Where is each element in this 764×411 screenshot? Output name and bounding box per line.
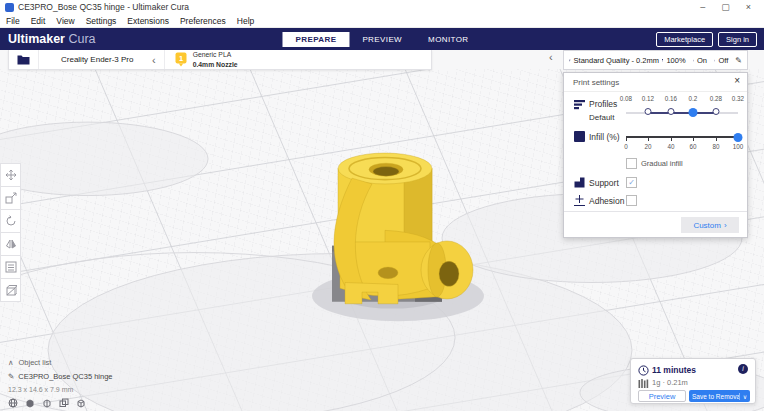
object-list-title: Object list [19,358,52,367]
duplicate-cube-icon[interactable] [59,398,69,408]
chevron-up-icon: ∧ [8,358,14,367]
model-item-name: CE3PRO_Bose QC35 hinge [18,372,112,381]
infill-tick-label: 0 [624,143,628,150]
chevron-right-icon: › [724,221,727,230]
save-to-removable-button[interactable]: Save to Removable ... ∨ [689,390,750,402]
panel-close-icon[interactable]: × [734,75,740,86]
globe-view-icon[interactable] [8,398,18,408]
edit-settings-icon[interactable]: ✎ [735,56,742,65]
menu-help[interactable]: Help [237,16,254,26]
menu-bar: File Edit View Settings Extensions Prefe… [0,14,764,28]
clock-icon [638,365,649,376]
adhesion-row-icon [574,195,585,206]
menu-extensions[interactable]: Extensions [127,16,169,26]
left-toolbar [0,164,21,302]
scale-icon [5,192,17,204]
solid-cube-icon[interactable] [25,398,35,408]
info-icon[interactable]: i [738,364,748,374]
cura-app-icon [5,3,14,12]
support-checkbox[interactable]: ✓ [626,177,637,188]
support-blocker-button[interactable] [0,278,21,302]
tab-monitor[interactable]: MONITOR [415,32,481,47]
menu-settings[interactable]: Settings [86,16,117,26]
adhesion-label: Adhesion [589,196,624,206]
scale-tool-button[interactable] [0,186,21,210]
infill-tick-label: 80 [712,143,719,150]
infill-handle[interactable] [734,133,743,142]
preview-button[interactable]: Preview [638,390,686,402]
material-selector[interactable]: 1 Generic PLA 0.4mm Nozzle [165,50,238,68]
open-file-button[interactable] [9,50,39,69]
profile-slider[interactable]: 0.08 0.12 0.16 0.2 0.28 0.32 [622,95,742,123]
move-icon [5,169,17,181]
gradual-infill-label: Gradual infill [641,159,683,168]
tab-prepare[interactable]: PREPARE [282,32,349,47]
adhesion-checkbox[interactable] [626,195,637,206]
folder-icon [17,54,30,65]
infill-value: 100% [666,56,685,65]
support-label: Support [589,178,619,188]
support-row-icon [574,177,585,188]
mirror-icon [5,238,17,250]
per-model-settings-icon [5,261,17,273]
marketplace-button[interactable]: Marketplace [656,32,713,47]
menu-preferences[interactable]: Preferences [180,16,226,26]
profile-handle-028[interactable] [713,108,720,115]
rotate-tool-button[interactable] [0,209,21,233]
profiles-label: Profiles [589,99,617,109]
material-info: Generic PLA 0.4mm Nozzle [193,50,238,68]
object-list-item[interactable]: ✎ CE3PRO_Bose QC35 hinge [8,372,113,381]
active-profile-label: Standard Quality - 0.2mm [574,56,659,65]
cube-outline-icon[interactable] [76,398,86,408]
rotate-icon [5,215,17,227]
printer-name[interactable]: Creality Ender-3 Pro [39,55,144,64]
nozzle-size: 0.4mm Nozzle [193,61,238,68]
profile-tick-label: 0.28 [710,95,722,102]
model-dimensions: 12.3 x 14.6 x 7.9 mm [8,386,113,393]
print-settings-toolbar[interactable]: Standard Quality - 0.2mm 100% On Off ✎ [563,50,748,70]
profile-tick-label: 0.32 [732,95,744,102]
tab-preview[interactable]: PREVIEW [349,32,415,47]
menu-view[interactable]: View [56,16,74,26]
mirror-tool-button[interactable] [0,232,21,256]
save-button-label: Save to Removable ... [689,393,739,400]
model-action-icons [8,398,113,408]
close-button[interactable]: × [746,0,751,14]
maximize-button[interactable]: ▢ [721,0,730,14]
adhesion-value: Off [718,56,728,65]
profile-handle-selected[interactable] [689,108,698,117]
support-value: On [697,56,707,65]
support-icon [693,56,694,65]
filament-usage-icon [638,379,649,388]
minimize-button[interactable]: – [700,0,705,14]
window-titlebar: CE3PRO_Bose QC35 hinge - Ultimaker Cura … [0,0,764,14]
object-list-header[interactable]: ∧ Object list [8,358,113,367]
gradual-infill-checkbox[interactable] [626,158,637,169]
window-title: CE3PRO_Bose QC35 hinge - Ultimaker Cura [18,2,189,12]
extruder-1-icon: 1 [175,52,187,67]
custom-settings-button[interactable]: Custom› [681,217,739,233]
infill-tick-label: 100 [733,143,744,150]
sign-in-button[interactable]: Sign in [718,32,757,47]
brand-logo: Ultimaker Cura [8,32,96,46]
app-header: Ultimaker Cura PREPARE PREVIEW MONITOR M… [0,28,764,50]
material-estimate: 1g · 0.21m [652,378,688,387]
per-model-settings-button[interactable] [0,255,21,279]
printer-collapse-chevron-icon[interactable]: ‹ [144,51,164,69]
cube-arrow-icon[interactable] [42,398,52,408]
adhesion-icon [714,56,715,65]
infill-icon [662,56,663,65]
infill-tick-label: 40 [667,143,674,150]
chevron-down-icon[interactable]: ∨ [739,393,750,400]
menu-file[interactable]: File [6,16,20,26]
profile-tick-label: 0.16 [665,95,677,102]
profile-handle-012[interactable] [645,108,652,115]
profile-handle-016[interactable] [668,108,675,115]
infill-tick-label: 20 [644,143,651,150]
move-tool-button[interactable] [0,163,21,187]
material-name: Generic PLA [193,51,232,58]
menu-edit[interactable]: Edit [31,16,46,26]
infill-slider[interactable]: 0 20 40 60 80 100 [622,129,742,153]
settings-collapse-chevron-icon[interactable]: ‹ [549,51,553,63]
profile-tick-label: 0.12 [642,95,654,102]
